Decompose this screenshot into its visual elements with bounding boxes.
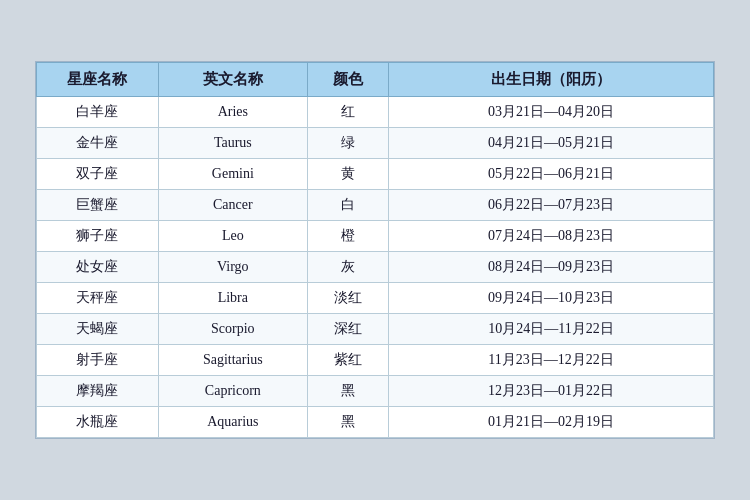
cell-chinese: 白羊座 [37, 97, 159, 128]
cell-chinese: 天秤座 [37, 283, 159, 314]
cell-color: 黑 [307, 376, 388, 407]
cell-chinese: 金牛座 [37, 128, 159, 159]
table-body: 白羊座Aries红03月21日—04月20日金牛座Taurus绿04月21日—0… [37, 97, 714, 438]
table-row: 白羊座Aries红03月21日—04月20日 [37, 97, 714, 128]
cell-english: Taurus [158, 128, 307, 159]
cell-color: 深红 [307, 314, 388, 345]
header-color: 颜色 [307, 63, 388, 97]
cell-chinese: 射手座 [37, 345, 159, 376]
cell-color: 淡红 [307, 283, 388, 314]
cell-english: Cancer [158, 190, 307, 221]
header-chinese: 星座名称 [37, 63, 159, 97]
table-header-row: 星座名称 英文名称 颜色 出生日期（阳历） [37, 63, 714, 97]
header-date: 出生日期（阳历） [389, 63, 714, 97]
cell-english: Sagittarius [158, 345, 307, 376]
cell-color: 橙 [307, 221, 388, 252]
table-row: 金牛座Taurus绿04月21日—05月21日 [37, 128, 714, 159]
cell-date: 10月24日—11月22日 [389, 314, 714, 345]
cell-color: 红 [307, 97, 388, 128]
table-row: 天蝎座Scorpio深红10月24日—11月22日 [37, 314, 714, 345]
cell-chinese: 水瓶座 [37, 407, 159, 438]
cell-color: 黄 [307, 159, 388, 190]
cell-chinese: 狮子座 [37, 221, 159, 252]
cell-chinese: 巨蟹座 [37, 190, 159, 221]
zodiac-table: 星座名称 英文名称 颜色 出生日期（阳历） 白羊座Aries红03月21日—04… [36, 62, 714, 438]
cell-date: 04月21日—05月21日 [389, 128, 714, 159]
cell-color: 紫红 [307, 345, 388, 376]
table-row: 射手座Sagittarius紫红11月23日—12月22日 [37, 345, 714, 376]
cell-chinese: 处女座 [37, 252, 159, 283]
header-english: 英文名称 [158, 63, 307, 97]
cell-color: 黑 [307, 407, 388, 438]
cell-english: Leo [158, 221, 307, 252]
cell-chinese: 双子座 [37, 159, 159, 190]
cell-english: Virgo [158, 252, 307, 283]
cell-date: 06月22日—07月23日 [389, 190, 714, 221]
cell-date: 07月24日—08月23日 [389, 221, 714, 252]
cell-english: Scorpio [158, 314, 307, 345]
cell-english: Aries [158, 97, 307, 128]
cell-color: 灰 [307, 252, 388, 283]
zodiac-table-container: 星座名称 英文名称 颜色 出生日期（阳历） 白羊座Aries红03月21日—04… [35, 61, 715, 439]
cell-date: 08月24日—09月23日 [389, 252, 714, 283]
table-row: 处女座Virgo灰08月24日—09月23日 [37, 252, 714, 283]
table-row: 天秤座Libra淡红09月24日—10月23日 [37, 283, 714, 314]
table-row: 狮子座Leo橙07月24日—08月23日 [37, 221, 714, 252]
cell-english: Capricorn [158, 376, 307, 407]
cell-date: 05月22日—06月21日 [389, 159, 714, 190]
cell-color: 绿 [307, 128, 388, 159]
table-row: 巨蟹座Cancer白06月22日—07月23日 [37, 190, 714, 221]
table-row: 双子座Gemini黄05月22日—06月21日 [37, 159, 714, 190]
cell-chinese: 天蝎座 [37, 314, 159, 345]
table-row: 水瓶座Aquarius黑01月21日—02月19日 [37, 407, 714, 438]
cell-date: 12月23日—01月22日 [389, 376, 714, 407]
table-row: 摩羯座Capricorn黑12月23日—01月22日 [37, 376, 714, 407]
cell-date: 11月23日—12月22日 [389, 345, 714, 376]
cell-date: 03月21日—04月20日 [389, 97, 714, 128]
cell-english: Aquarius [158, 407, 307, 438]
cell-date: 09月24日—10月23日 [389, 283, 714, 314]
cell-english: Gemini [158, 159, 307, 190]
cell-date: 01月21日—02月19日 [389, 407, 714, 438]
cell-chinese: 摩羯座 [37, 376, 159, 407]
cell-english: Libra [158, 283, 307, 314]
cell-color: 白 [307, 190, 388, 221]
